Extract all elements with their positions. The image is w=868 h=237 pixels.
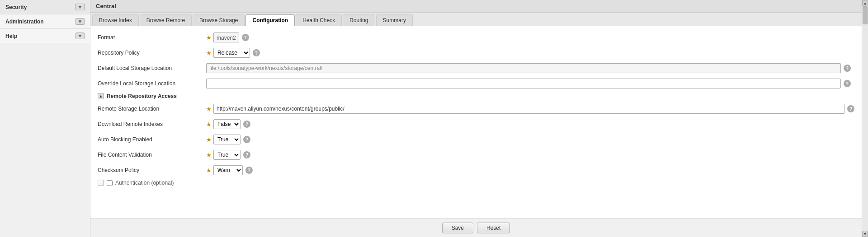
remote-location-control: ★ ?: [206, 104, 854, 114]
format-help-icon[interactable]: ?: [242, 34, 249, 41]
tab-browse-index[interactable]: Browse Index: [92, 14, 139, 26]
default-storage-help-icon[interactable]: ?: [844, 65, 851, 72]
sidebar-arrow-administration: ▼: [75, 18, 85, 25]
override-storage-help-icon[interactable]: ?: [844, 80, 851, 87]
format-label: Format: [98, 34, 206, 41]
download-indexes-select[interactable]: False True: [213, 119, 241, 129]
file-content-row: File Content Validation ★ True False ?: [98, 149, 854, 161]
scroll-down-button[interactable]: ▼: [862, 231, 868, 237]
remote-access-toggle[interactable]: ▲: [98, 93, 104, 99]
override-storage-row: Override Local Storage Location ?: [98, 78, 854, 89]
override-storage-input[interactable]: [206, 79, 841, 88]
sidebar-item-administration[interactable]: Administration ▼: [0, 14, 90, 29]
override-storage-control: ?: [206, 79, 854, 88]
auth-label: Authentication (optional): [115, 180, 174, 186]
checksum-help-icon[interactable]: ?: [245, 167, 253, 174]
auto-blocking-help-icon[interactable]: ?: [243, 136, 250, 143]
remote-location-help-icon[interactable]: ?: [847, 105, 854, 112]
scroll-up-button[interactable]: ▲: [862, 0, 868, 6]
default-storage-row: Default Local Storage Location ?: [98, 62, 854, 74]
remote-location-label: Remote Storage Location: [98, 106, 206, 112]
auth-checkbox[interactable]: [107, 180, 113, 186]
remote-location-required: ★: [206, 106, 212, 112]
checksum-policy-row: Checksum Policy ★ Warn Strict Ignore ?: [98, 164, 854, 176]
download-indexes-label: Download Remote Indexes: [98, 121, 206, 127]
checksum-policy-control: ★ Warn Strict Ignore ?: [206, 165, 854, 175]
format-required: ★: [206, 34, 212, 41]
file-content-label: File Content Validation: [98, 152, 206, 158]
tab-summary[interactable]: Summary: [376, 14, 413, 26]
auth-section: – Authentication (optional): [98, 180, 854, 186]
policy-required: ★: [206, 50, 212, 56]
download-indexes-required: ★: [206, 121, 212, 128]
sidebar-item-security[interactable]: Security ▼: [0, 0, 90, 14]
remote-location-input[interactable]: [213, 104, 844, 114]
remote-access-section-header: ▲ Remote Repository Access: [98, 93, 854, 99]
tab-browse-remote[interactable]: Browse Remote: [140, 14, 192, 26]
remote-access-title: Remote Repository Access: [107, 93, 177, 99]
save-button[interactable]: Save: [442, 223, 473, 233]
checksum-policy-select[interactable]: Warn Strict Ignore: [213, 165, 243, 175]
tabs-bar: Browse Index Browse Remote Browse Storag…: [90, 13, 862, 26]
file-content-select[interactable]: True False: [213, 150, 241, 160]
auto-blocking-required: ★: [206, 136, 212, 143]
main-content: Central Browse Index Browse Remote Brows…: [90, 0, 862, 237]
download-indexes-control: ★ False True ?: [206, 119, 854, 129]
checksum-required: ★: [206, 167, 212, 174]
auth-toggle[interactable]: –: [98, 180, 104, 186]
download-indexes-row: Download Remote Indexes ★ False True ?: [98, 118, 854, 130]
download-indexes-help-icon[interactable]: ?: [243, 121, 250, 128]
form-area: Format ★ maven2 ? Repository Policy ★ Re…: [90, 26, 862, 218]
policy-help-icon[interactable]: ?: [253, 49, 260, 56]
auto-blocking-control: ★ True False ?: [206, 135, 854, 144]
panel-header: Central: [90, 0, 862, 13]
file-content-control: ★ True False ?: [206, 150, 854, 160]
repository-policy-control: ★ Release Snapshot ?: [206, 48, 854, 58]
auto-blocking-row: Auto Blocking Enabled ★ True False ?: [98, 134, 854, 145]
auto-blocking-label: Auto Blocking Enabled: [98, 136, 206, 143]
repository-policy-label: Repository Policy: [98, 50, 206, 56]
default-storage-label: Default Local Storage Location: [98, 65, 206, 71]
tab-configuration[interactable]: Configuration: [245, 14, 295, 26]
format-row: Format ★ maven2 ?: [98, 32, 854, 43]
right-scrollbar: ▲ ▼: [862, 0, 868, 237]
tab-browse-storage[interactable]: Browse Storage: [193, 14, 245, 26]
panel-title: Central: [96, 3, 116, 9]
tab-health-check[interactable]: Health Check: [296, 14, 342, 26]
sidebar-arrow-security: ▼: [75, 4, 85, 10]
default-storage-control: ?: [206, 63, 854, 73]
override-storage-label: Override Local Storage Location: [98, 80, 206, 87]
format-value: maven2: [213, 33, 239, 42]
format-control: ★ maven2 ?: [206, 33, 854, 42]
default-storage-input[interactable]: [206, 63, 841, 73]
footer-bar: Save Reset: [90, 218, 862, 237]
scroll-track: [862, 6, 868, 231]
sidebar-item-help[interactable]: Help ▼: [0, 29, 90, 43]
file-content-required: ★: [206, 152, 212, 158]
file-content-help-icon[interactable]: ?: [243, 151, 250, 158]
repository-policy-row: Repository Policy ★ Release Snapshot ?: [98, 47, 854, 59]
checksum-policy-label: Checksum Policy: [98, 167, 206, 173]
scroll-thumb[interactable]: [863, 6, 868, 24]
sidebar-arrow-help: ▼: [75, 33, 85, 39]
repository-policy-select[interactable]: Release Snapshot: [213, 48, 250, 58]
auto-blocking-select[interactable]: True False: [213, 135, 241, 144]
remote-location-row: Remote Storage Location ★ ?: [98, 103, 854, 115]
reset-button[interactable]: Reset: [477, 223, 510, 233]
tab-routing[interactable]: Routing: [343, 14, 375, 26]
sidebar: Security ▼ Administration ▼ Help ▼: [0, 0, 90, 237]
